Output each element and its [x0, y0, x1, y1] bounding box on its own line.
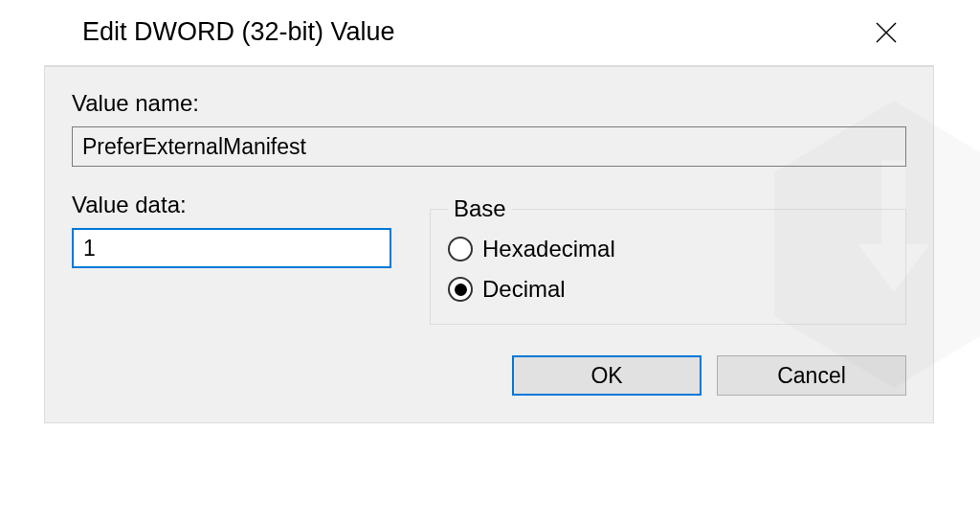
- value-data-label: Value data:: [72, 192, 391, 218]
- cancel-button[interactable]: Cancel: [717, 355, 906, 396]
- radio-label-decimal: Decimal: [482, 276, 566, 303]
- radio-icon: [448, 237, 473, 262]
- value-data-column: Value data:: [72, 192, 391, 268]
- radio-dot-icon: [455, 284, 467, 296]
- title-bar: Edit DWORD (32-bit) Value: [44, 0, 934, 65]
- value-name-input[interactable]: [72, 126, 906, 167]
- close-button[interactable]: [871, 17, 902, 48]
- value-name-label: Value name:: [72, 90, 906, 117]
- radio-label-hexadecimal: Hexadecimal: [482, 236, 615, 262]
- radio-hexadecimal[interactable]: Hexadecimal: [448, 236, 888, 262]
- dialog-body: Value name: Value data: Base Hexadecimal…: [44, 65, 934, 423]
- ok-button[interactable]: OK: [512, 355, 702, 396]
- radio-icon: [448, 277, 473, 302]
- button-row: OK Cancel: [72, 355, 906, 396]
- lower-row: Value data: Base Hexadecimal Decimal: [72, 192, 906, 325]
- value-data-input[interactable]: [72, 228, 391, 268]
- close-icon: [874, 20, 899, 45]
- dialog-title: Edit DWORD (32-bit) Value: [82, 17, 395, 47]
- dialog-window: Edit DWORD (32-bit) Value Value name: Va…: [44, 0, 934, 423]
- base-legend: Base: [448, 195, 512, 222]
- base-group: Base Hexadecimal Decimal: [430, 195, 906, 325]
- radio-decimal[interactable]: Decimal: [448, 276, 888, 303]
